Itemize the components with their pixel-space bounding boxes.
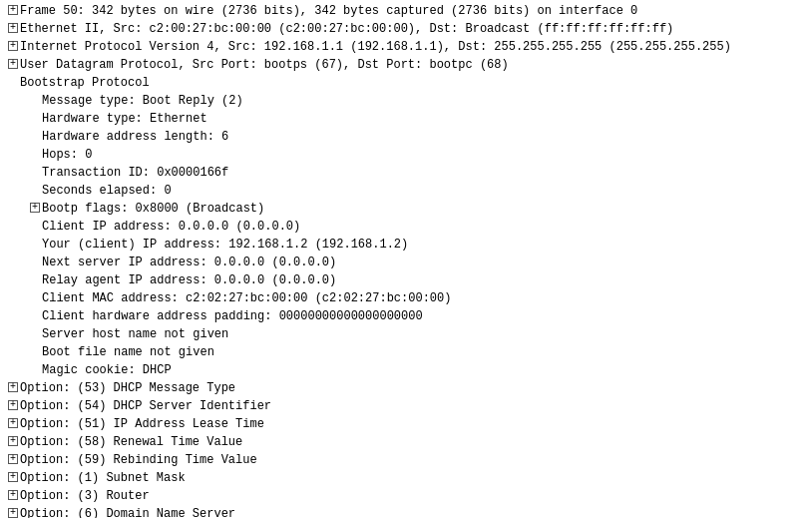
item-text-client-mac: Client MAC address: c2:02:27:bc:00:00 (c…	[42, 289, 451, 307]
expand-icon[interactable]: +	[6, 416, 20, 430]
item-text-hw-type: Hardware type: Ethernet	[42, 110, 207, 128]
item-text-option-51: Option: (51) IP Address Lease Time	[20, 415, 264, 433]
item-text-option-59: Option: (59) Rebinding Time Value	[20, 451, 257, 469]
packet-tree: +Frame 50: 342 bytes on wire (2736 bits)…	[0, 0, 812, 518]
tree-row-client-ip: Client IP address: 0.0.0.0 (0.0.0.0)	[6, 218, 806, 236]
tree-row-magic-cookie: Magic cookie: DHCP	[6, 361, 806, 379]
expand-box: +	[8, 436, 18, 446]
item-text-client-ip: Client IP address: 0.0.0.0 (0.0.0.0)	[42, 218, 300, 236]
item-text-ethernet: Ethernet II, Src: c2:00:27:bc:00:00 (c2:…	[20, 20, 673, 38]
expand-icon[interactable]: +	[6, 488, 20, 502]
expand-icon[interactable]: +	[28, 201, 42, 215]
tree-row-client-hw-padding: Client hardware address padding: 0000000…	[6, 307, 806, 325]
expand-icon[interactable]: +	[6, 434, 20, 448]
tree-row-your-ip: Your (client) IP address: 192.168.1.2 (1…	[6, 236, 806, 254]
expand-box: +	[8, 59, 18, 69]
tree-row-option-51[interactable]: +Option: (51) IP Address Lease Time	[4, 415, 808, 433]
item-text-bootstrap: Bootstrap Protocol	[20, 74, 150, 92]
expand-box: +	[8, 23, 18, 33]
expand-box: +	[8, 400, 18, 410]
tree-row-option-53[interactable]: +Option: (53) DHCP Message Type	[4, 379, 808, 397]
expand-box: +	[8, 382, 18, 392]
expand-box: +	[8, 41, 18, 51]
tree-row-hw-type: Hardware type: Ethernet	[6, 110, 806, 128]
tree-row-udp[interactable]: +User Datagram Protocol, Src Port: bootp…	[4, 56, 808, 74]
tree-row-ip[interactable]: +Internet Protocol Version 4, Src: 192.1…	[4, 38, 808, 56]
item-text-transaction-id: Transaction ID: 0x0000166f	[42, 164, 228, 182]
item-text-client-hw-padding: Client hardware address padding: 0000000…	[42, 307, 423, 325]
expand-box: +	[8, 508, 18, 518]
tree-row-option-3[interactable]: +Option: (3) Router	[4, 487, 808, 505]
tree-row-hops: Hops: 0	[6, 146, 806, 164]
tree-row-bootstrap: Bootstrap ProtocolMessage type: Boot Rep…	[4, 74, 808, 379]
item-text-option-3: Option: (3) Router	[20, 487, 150, 505]
item-text-server-hostname: Server host name not given	[42, 325, 228, 343]
item-text-relay-ip: Relay agent IP address: 0.0.0.0 (0.0.0.0…	[42, 271, 336, 289]
item-text-msg-type: Message type: Boot Reply (2)	[42, 92, 243, 110]
item-text-option-6: Option: (6) Domain Name Server	[20, 505, 235, 518]
item-text-hops: Hops: 0	[42, 146, 92, 164]
tree-row-hw-addr-len: Hardware address length: 6	[6, 128, 806, 146]
tree-row-bootp-flags[interactable]: +Bootp flags: 0x8000 (Broadcast)	[6, 200, 806, 218]
tree-row-option-1[interactable]: +Option: (1) Subnet Mask	[4, 469, 808, 487]
item-text-bootp-flags: Bootp flags: 0x8000 (Broadcast)	[42, 200, 264, 218]
tree-row-relay-ip: Relay agent IP address: 0.0.0.0 (0.0.0.0…	[6, 271, 806, 289]
tree-row-seconds: Seconds elapsed: 0	[6, 182, 806, 200]
tree-row-next-server-ip: Next server IP address: 0.0.0.0 (0.0.0.0…	[6, 254, 806, 271]
expand-icon[interactable]: +	[6, 380, 20, 394]
expand-box: +	[8, 418, 18, 428]
tree-row-ethernet[interactable]: +Ethernet II, Src: c2:00:27:bc:00:00 (c2…	[4, 20, 808, 38]
item-text-frame: Frame 50: 342 bytes on wire (2736 bits),…	[20, 2, 637, 20]
expand-box: +	[8, 472, 18, 482]
tree-row-option-6[interactable]: +Option: (6) Domain Name Server	[4, 505, 808, 518]
expand-icon[interactable]: +	[6, 3, 20, 17]
expand-box: +	[30, 203, 40, 213]
item-text-udp: User Datagram Protocol, Src Port: bootps…	[20, 56, 509, 74]
expand-icon[interactable]: +	[6, 506, 20, 518]
tree-row-msg-type: Message type: Boot Reply (2)	[6, 92, 806, 110]
expand-box: +	[8, 454, 18, 464]
tree-row-option-58[interactable]: +Option: (58) Renewal Time Value	[4, 433, 808, 451]
expand-icon[interactable]: +	[6, 452, 20, 466]
tree-row-boot-file: Boot file name not given	[6, 343, 806, 361]
expand-icon[interactable]: +	[6, 21, 20, 35]
item-text-ip: Internet Protocol Version 4, Src: 192.16…	[20, 38, 731, 56]
item-text-magic-cookie: Magic cookie: DHCP	[42, 361, 172, 379]
item-text-option-58: Option: (58) Renewal Time Value	[20, 433, 242, 451]
tree-row-option-54[interactable]: +Option: (54) DHCP Server Identifier	[4, 397, 808, 415]
item-text-next-server-ip: Next server IP address: 0.0.0.0 (0.0.0.0…	[42, 254, 336, 271]
expand-icon[interactable]: +	[6, 57, 20, 71]
tree-row-transaction-id: Transaction ID: 0x0000166f	[6, 164, 806, 182]
expand-box: +	[8, 5, 18, 15]
expand-icon[interactable]: +	[6, 398, 20, 412]
item-text-your-ip: Your (client) IP address: 192.168.1.2 (1…	[42, 236, 408, 254]
tree-row-client-mac: Client MAC address: c2:02:27:bc:00:00 (c…	[6, 289, 806, 307]
tree-row-frame[interactable]: +Frame 50: 342 bytes on wire (2736 bits)…	[4, 2, 808, 20]
tree-row-option-59[interactable]: +Option: (59) Rebinding Time Value	[4, 451, 808, 469]
item-text-hw-addr-len: Hardware address length: 6	[42, 128, 228, 146]
item-text-option-53: Option: (53) DHCP Message Type	[20, 379, 235, 397]
expand-icon[interactable]: +	[6, 470, 20, 484]
tree-row-server-hostname: Server host name not given	[6, 325, 806, 343]
item-text-seconds: Seconds elapsed: 0	[42, 182, 172, 200]
item-text-boot-file: Boot file name not given	[42, 343, 214, 361]
item-text-option-54: Option: (54) DHCP Server Identifier	[20, 397, 271, 415]
item-text-option-1: Option: (1) Subnet Mask	[20, 469, 186, 487]
expand-icon[interactable]: +	[6, 39, 20, 53]
expand-box: +	[8, 490, 18, 500]
